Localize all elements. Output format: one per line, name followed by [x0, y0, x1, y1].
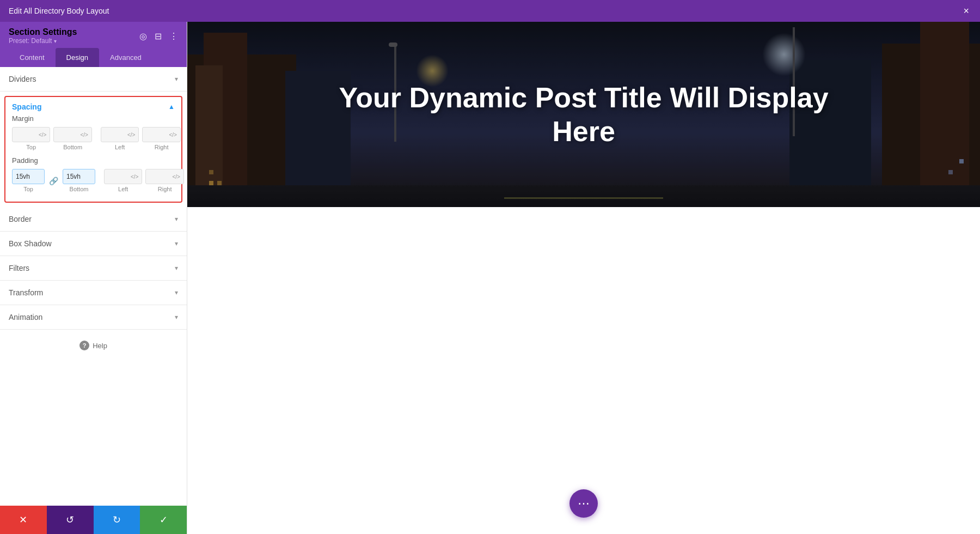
help-icon: ? [79, 341, 89, 350]
main-layout: Section Settings Preset: Default ▾ ◎ ⊟ ⋮… [0, 22, 980, 534]
padding-bottom-input[interactable] [66, 173, 88, 180]
margin-left-group: </> Left [101, 127, 139, 150]
title-bar-title: Edit All Directory Body Layout [9, 7, 109, 15]
close-button[interactable]: × [961, 4, 971, 18]
accordion-box-shadow: Box Shadow ▾ [0, 232, 187, 256]
padding-inputs-row: Top 🔗 Bottom [12, 169, 175, 193]
chevron-down-icon: ▾ [175, 289, 178, 296]
dynamic-icon: </> [39, 132, 46, 138]
padding-left-input[interactable] [108, 173, 130, 180]
padding-left-group: </> Left [104, 169, 142, 192]
bottom-toolbar: ✕ ↺ ↻ ✓ [0, 506, 187, 534]
padding-top-group: Top [12, 169, 45, 192]
margin-label: Margin [12, 114, 175, 123]
cancel-icon: ✕ [19, 514, 27, 526]
redo-button[interactable]: ↻ [94, 506, 140, 534]
spacing-header[interactable]: Spacing ▲ [5, 97, 181, 114]
help-section: ? Help [0, 330, 187, 361]
spacing-content: Margin </> Top [5, 114, 181, 202]
dynamic-icon: </> [172, 174, 180, 180]
section-settings-title: Section Settings [9, 27, 77, 37]
padding-label: Padding [12, 156, 175, 165]
dynamic-icon: </> [80, 132, 88, 138]
padding-left-right-pair: </> Left </> Right [104, 169, 184, 192]
preset-label: Preset: Default ▾ [9, 37, 77, 45]
padding-left-label: Left [118, 186, 128, 192]
floating-action-button[interactable]: ⋯ [569, 489, 598, 518]
accordion-dividers: Dividers ▾ [0, 67, 187, 92]
transform-header[interactable]: Transform ▾ [0, 281, 187, 305]
margin-top-input[interactable] [16, 131, 38, 138]
accordion-animation: Animation ▾ [0, 305, 187, 330]
margin-left-label: Left [115, 144, 125, 150]
box-shadow-header[interactable]: Box Shadow ▾ [0, 232, 187, 256]
chevron-down-icon: ▾ [175, 240, 178, 247]
more-icon[interactable]: ⋮ [169, 31, 178, 41]
accordion-filters: Filters ▾ [0, 256, 187, 281]
padding-top-input[interactable] [16, 173, 38, 180]
dynamic-icon: </> [169, 132, 176, 138]
canvas-area: Your Dynamic Post Title Will Display Her… [187, 22, 980, 534]
redo-icon: ↻ [113, 514, 121, 526]
tab-content[interactable]: Content [9, 48, 56, 67]
chevron-down-icon: ▾ [54, 38, 57, 44]
chevron-down-icon: ▾ [175, 264, 178, 272]
grid-icon[interactable]: ⊟ [155, 31, 162, 41]
chevron-down-icon: ▾ [175, 75, 178, 83]
dividers-header[interactable]: Dividers ▾ [0, 67, 187, 91]
margin-right-group: </> Right [142, 127, 180, 150]
margin-inputs-row: </> Top </> Bottom [12, 127, 175, 151]
tab-advanced[interactable]: Advanced [99, 48, 152, 67]
tabs-bar: Content Design Advanced [9, 48, 178, 67]
margin-top-label: Top [26, 144, 36, 150]
margin-bottom-label: Bottom [63, 144, 82, 150]
save-icon: ✓ [160, 514, 168, 526]
dynamic-icon: </> [127, 132, 135, 138]
undo-icon: ↺ [66, 514, 74, 526]
save-button[interactable]: ✓ [140, 506, 187, 534]
sidebar: Section Settings Preset: Default ▾ ◎ ⊟ ⋮… [0, 22, 187, 534]
filters-header[interactable]: Filters ▾ [0, 256, 187, 280]
margin-top-group: </> Top [12, 127, 50, 150]
animation-header[interactable]: Animation ▾ [0, 305, 187, 329]
undo-button[interactable]: ↺ [47, 506, 94, 534]
margin-top-bottom-pair: </> Top </> Bottom [12, 127, 92, 150]
accordion-transform: Transform ▾ [0, 281, 187, 305]
tab-design[interactable]: Design [56, 48, 99, 67]
help-link[interactable]: ? Help [79, 341, 107, 350]
margin-left-right-pair: </> Left </> Right [101, 127, 181, 150]
accordion-border: Border ▾ [0, 207, 187, 232]
margin-bottom-group: </> Bottom [53, 127, 91, 150]
dynamic-icon: </> [131, 174, 138, 180]
sidebar-content: Dividers ▾ Spacing ▲ Margin [0, 67, 187, 506]
link-icon[interactable]: 🔗 [48, 177, 59, 185]
title-bar: Edit All Directory Body Layout × [0, 0, 980, 22]
padding-right-label: Right [158, 186, 172, 192]
cancel-button[interactable]: ✕ [0, 506, 47, 534]
padding-top-bottom-pair: Top 🔗 Bottom [12, 169, 95, 192]
border-header[interactable]: Border ▾ [0, 207, 187, 231]
padding-bottom-group: Bottom [63, 169, 95, 192]
chevron-down-icon: ▾ [175, 215, 178, 223]
padding-bottom-label: Bottom [70, 186, 89, 192]
hero-title-overlay: Your Dynamic Post Title Will Display Her… [187, 22, 980, 207]
padding-top-label: Top [23, 186, 33, 192]
target-icon[interactable]: ◎ [139, 31, 147, 41]
margin-right-input[interactable] [146, 131, 168, 138]
chevron-up-icon: ▲ [168, 103, 175, 111]
hero-section: Your Dynamic Post Title Will Display Her… [187, 22, 980, 207]
padding-right-input[interactable] [149, 173, 171, 180]
padding-right-group: </> Right [145, 169, 183, 192]
margin-bottom-input[interactable] [57, 131, 79, 138]
chevron-down-icon: ▾ [175, 313, 178, 321]
canvas-content: ⋯ [187, 207, 980, 534]
margin-right-label: Right [155, 144, 169, 150]
hero-title: Your Dynamic Post Title Will Display Her… [339, 81, 829, 149]
margin-left-input[interactable] [105, 131, 126, 138]
spacing-section: Spacing ▲ Margin </> [4, 96, 182, 203]
more-dots-icon: ⋯ [578, 496, 590, 511]
